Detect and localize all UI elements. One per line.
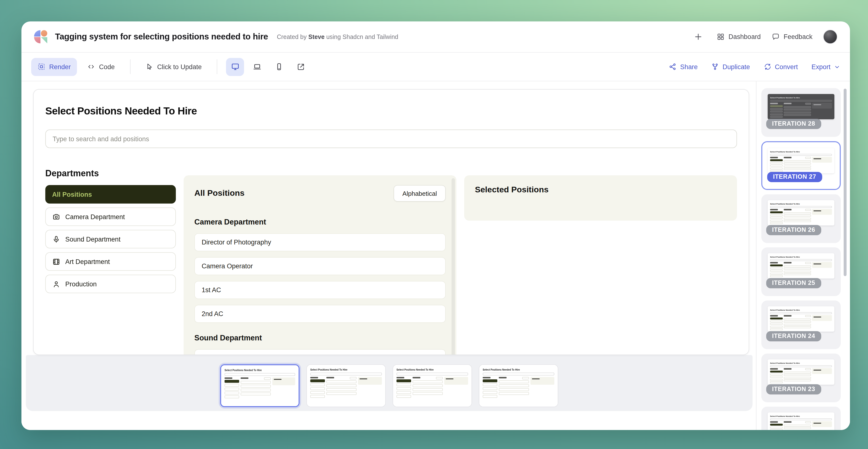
mini-olive-button (770, 423, 783, 425)
cursor-icon (146, 63, 153, 71)
mini-search-bar (770, 259, 832, 261)
fork-icon (711, 63, 719, 71)
microphone-icon (52, 235, 60, 243)
grid-icon (716, 33, 724, 41)
mini-title: Select Positions Needed To Hire (770, 256, 832, 258)
speech-bubble-icon (771, 33, 780, 41)
code-label: Code (99, 63, 115, 70)
new-project-button[interactable] (691, 29, 706, 44)
ui-mini-preview: Select Positions Needed To Hire (768, 94, 834, 119)
group-heading-sound: Sound Department (194, 333, 446, 342)
sidebar-scrollbar[interactable] (844, 89, 846, 276)
iteration-card[interactable]: Select Positions Needed To Hire ITERATIO… (761, 141, 841, 190)
convert-arrows-icon (764, 63, 771, 71)
ui-mini-preview: Select Positions Needed To Hire (768, 413, 834, 430)
ui-mini-preview: Select Positions Needed To Hire (768, 148, 834, 173)
mini-selected-panel (812, 315, 832, 321)
mini-selected-panel (812, 157, 832, 163)
mini-selected-panel (812, 262, 832, 268)
mini-olive-button (770, 105, 783, 107)
position-item[interactable]: Director of Photography (194, 233, 446, 251)
alphabetical-sort-button[interactable]: Alphabetical (394, 185, 446, 202)
person-icon (52, 280, 60, 288)
department-button-sound[interactable]: Sound Department (45, 230, 176, 248)
share-button[interactable]: Share (669, 63, 698, 71)
ui-mini-preview: Select Positions Needed To Hire (768, 359, 834, 385)
mini-olive-button (770, 211, 783, 213)
mini-olive-button (770, 371, 783, 372)
mini-title: Select Positions Needed To Hire (770, 151, 832, 153)
laptop-icon (253, 62, 261, 71)
feedback-label: Feedback (783, 33, 812, 40)
search-input[interactable] (45, 130, 737, 148)
iteration-badge: ITERATION 28 (766, 119, 821, 129)
created-by-text: Created by Steve using Shadcn and Tailwi… (277, 33, 398, 40)
mini-selected-panel (812, 209, 832, 215)
external-link-icon (297, 62, 305, 71)
device-mobile-button[interactable] (270, 58, 288, 76)
version-thumbnail[interactable]: Select Positions Needed To Hire (220, 364, 300, 407)
mini-selected-panel (444, 377, 468, 385)
iteration-card[interactable]: Select Positions Needed To Hire ITERATIO… (761, 300, 841, 349)
iteration-badge: ITERATION 23 (766, 384, 821, 394)
click-to-update-button[interactable]: Click to Update (139, 58, 208, 76)
export-label: Export (811, 63, 831, 70)
ui-mini-preview: Select Positions Needed To Hire (393, 365, 471, 407)
app-heading: Select Positions Needed To Hire (45, 105, 737, 117)
device-desktop-button[interactable] (226, 58, 244, 76)
avatar[interactable] (823, 30, 837, 44)
all-positions-heading: All Positions (194, 189, 245, 198)
mini-selected-panel (358, 377, 382, 385)
app-window: Tagging system for selecting positions n… (22, 22, 850, 430)
position-item[interactable]: Camera Operator (194, 257, 446, 275)
version-thumbnail[interactable]: Select Positions Needed To Hire (393, 364, 472, 407)
ui-mini-preview: Select Positions Needed To Hire (768, 253, 834, 279)
render-label: Render (49, 63, 71, 70)
iteration-card[interactable]: Select Positions Needed To Hire ITERATIO… (761, 247, 841, 296)
department-label: Camera Department (65, 213, 125, 220)
department-button-art[interactable]: Art Department (45, 252, 176, 271)
selected-positions-heading: Selected Positions (475, 185, 726, 195)
mini-selected-panel (812, 421, 832, 427)
code-tab[interactable]: Code (81, 58, 121, 76)
convert-button[interactable]: Convert (764, 63, 798, 71)
version-thumbnail[interactable]: Select Positions Needed To Hire (306, 364, 386, 407)
ui-mini-preview: Select Positions Needed To Hire (221, 365, 299, 406)
iteration-card[interactable]: Select Positions Needed To Hire ITERATIO… (761, 194, 841, 243)
iteration-card[interactable]: Select Positions Needed To Hire ITERATIO… (761, 88, 841, 137)
mini-olive-button (483, 379, 497, 382)
mini-search-bar (770, 154, 832, 156)
mini-search-bar (483, 373, 554, 376)
version-thumbnail[interactable]: Select Positions Needed To Hire (479, 364, 558, 407)
duplicate-label: Duplicate (722, 63, 750, 70)
iteration-card[interactable]: Select Positions Needed To Hire ITERATIO… (761, 354, 841, 402)
toolbar: Render Code Click to Update (22, 53, 850, 81)
department-button-camera[interactable]: Camera Department (45, 207, 176, 226)
mini-title: Select Positions Needed To Hire (770, 309, 832, 311)
positions-scrollbar[interactable] (452, 178, 455, 355)
device-laptop-button[interactable] (248, 58, 266, 76)
duplicate-button[interactable]: Duplicate (711, 63, 750, 71)
department-button-all-positions[interactable]: All Positions (45, 185, 176, 203)
open-preview-button[interactable] (292, 58, 310, 76)
mini-search-bar (770, 365, 832, 367)
export-button[interactable]: Export (811, 63, 840, 70)
iteration-card[interactable]: Select Positions Needed To Hire (761, 407, 841, 430)
position-item[interactable]: 2nd AC (194, 305, 446, 323)
page-title: Tagging system for selecting positions n… (55, 32, 268, 42)
camera-icon (52, 213, 60, 221)
mini-title: Select Positions Needed To Hire (310, 368, 382, 371)
dashboard-button[interactable]: Dashboard (716, 33, 761, 41)
department-button-production[interactable]: Production (45, 275, 176, 293)
render-tab[interactable]: Render (31, 58, 77, 76)
departments-column: Departments All Positions Camera Departm… (45, 168, 176, 297)
window-header: Tagging system for selecting positions n… (22, 22, 850, 53)
mini-search-bar (224, 373, 295, 376)
mini-olive-button (397, 379, 411, 382)
position-item[interactable]: Sound Mixer (194, 349, 446, 355)
position-item[interactable]: 1st AC (194, 281, 446, 299)
click-to-update-label: Click to Update (157, 63, 202, 70)
ui-mini-preview: Select Positions Needed To Hire (768, 306, 834, 332)
feedback-button[interactable]: Feedback (771, 33, 812, 41)
mini-olive-button (770, 264, 783, 266)
